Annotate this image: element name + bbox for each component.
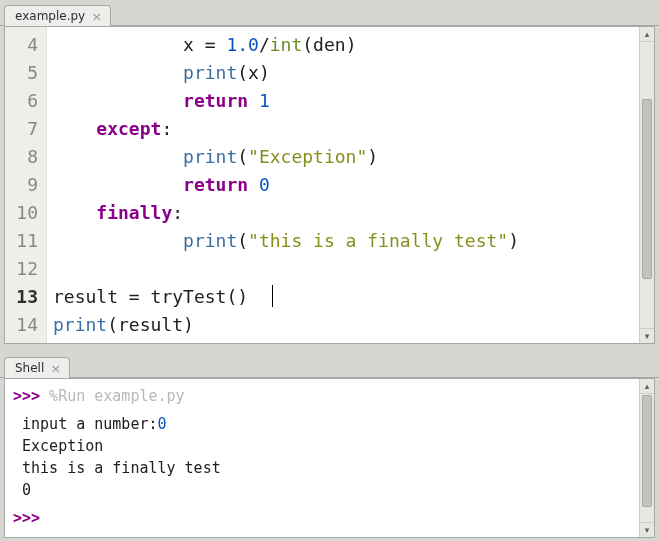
close-icon[interactable]: × bbox=[50, 362, 61, 375]
shell-pane: Shell × >>> %Run example.py input a numb… bbox=[0, 352, 659, 541]
scroll-down-icon[interactable]: ▾ bbox=[640, 328, 654, 343]
shell-tab[interactable]: Shell × bbox=[4, 357, 70, 378]
code-line[interactable]: return 0 bbox=[53, 171, 633, 199]
scrollbar-thumb[interactable] bbox=[642, 395, 652, 507]
shell-output[interactable]: >>> %Run example.py input a number:0 Exc… bbox=[5, 379, 639, 537]
editor-tab-label: example.py bbox=[15, 9, 85, 23]
line-number: 7 bbox=[9, 115, 38, 143]
line-number-gutter: 4567891011121314 bbox=[5, 27, 47, 343]
code-line[interactable]: print(x) bbox=[53, 59, 633, 87]
code-line[interactable]: print("Exception") bbox=[53, 143, 633, 171]
shell-line: >>> %Run example.py bbox=[13, 385, 631, 407]
shell-scrollbar[interactable]: ▴ ▾ bbox=[639, 379, 654, 537]
scroll-up-icon[interactable]: ▴ bbox=[640, 27, 654, 42]
shell-line: Exception bbox=[13, 435, 631, 457]
line-number: 10 bbox=[9, 199, 38, 227]
editor-pane: example.py × 4567891011121314 x = 1.0/in… bbox=[0, 0, 659, 348]
text-cursor bbox=[272, 285, 273, 307]
shell-tab-label: Shell bbox=[15, 361, 44, 375]
code-line[interactable]: x = 1.0/int(den) bbox=[53, 31, 633, 59]
line-number: 6 bbox=[9, 87, 38, 115]
shell-line: 0 bbox=[13, 479, 631, 501]
code-line[interactable]: print(result) bbox=[53, 311, 633, 339]
editor-scrollbar[interactable]: ▴ ▾ bbox=[639, 27, 654, 343]
code-editor[interactable]: x = 1.0/int(den) print(x) return 1 excep… bbox=[47, 27, 639, 343]
shell-tabbar: Shell × bbox=[0, 352, 659, 378]
scrollbar-thumb[interactable] bbox=[642, 99, 652, 279]
shell-line: input a number:0 bbox=[13, 413, 631, 435]
line-number: 11 bbox=[9, 227, 38, 255]
shell-prompt[interactable]: >>> bbox=[13, 507, 631, 529]
scroll-up-icon[interactable]: ▴ bbox=[640, 379, 654, 394]
line-number: 14 bbox=[9, 311, 38, 339]
code-line[interactable]: result = tryTest() bbox=[53, 283, 633, 311]
line-number: 5 bbox=[9, 59, 38, 87]
line-number: 9 bbox=[9, 171, 38, 199]
code-line[interactable]: finally: bbox=[53, 199, 633, 227]
line-number: 4 bbox=[9, 31, 38, 59]
shell-area: >>> %Run example.py input a number:0 Exc… bbox=[4, 378, 655, 538]
code-line[interactable]: except: bbox=[53, 115, 633, 143]
code-line[interactable]: print("this is a finally test") bbox=[53, 227, 633, 255]
editor-area: 4567891011121314 x = 1.0/int(den) print(… bbox=[4, 26, 655, 344]
code-line[interactable] bbox=[53, 255, 633, 283]
editor-tab[interactable]: example.py × bbox=[4, 5, 111, 26]
shell-line: this is a finally test bbox=[13, 457, 631, 479]
code-line[interactable]: return 1 bbox=[53, 87, 633, 115]
line-number: 8 bbox=[9, 143, 38, 171]
line-number: 13 bbox=[9, 283, 38, 311]
line-number: 12 bbox=[9, 255, 38, 283]
scroll-down-icon[interactable]: ▾ bbox=[640, 522, 654, 537]
close-icon[interactable]: × bbox=[91, 10, 102, 23]
editor-tabbar: example.py × bbox=[0, 0, 659, 26]
